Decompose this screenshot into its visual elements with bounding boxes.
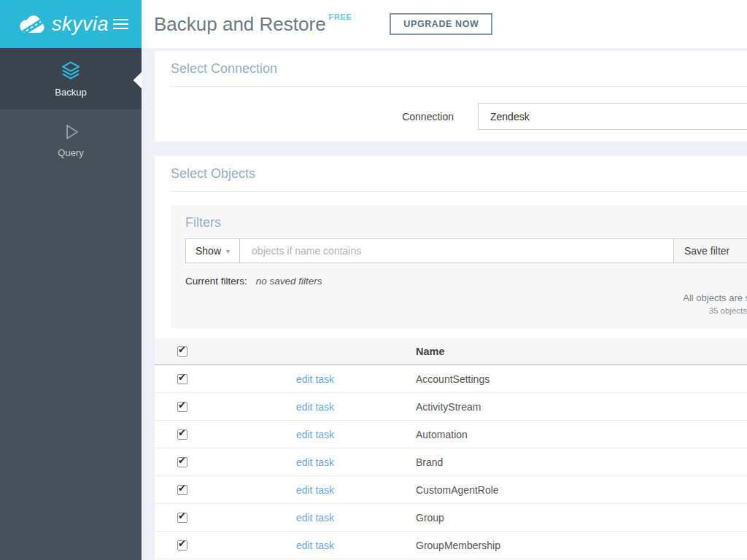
row-checkbox[interactable]: ✔ <box>177 513 187 523</box>
row-checkbox[interactable]: ✔ <box>177 485 187 495</box>
play-icon <box>61 122 81 142</box>
object-name: Automation <box>374 429 747 440</box>
select-all-checkbox[interactable]: ✔ <box>177 346 187 357</box>
table-row: ✔ edit task Automation <box>155 421 747 448</box>
check-icon: ✔ <box>178 511 186 521</box>
sidebar-item-query[interactable]: Query <box>0 109 142 171</box>
connection-field-row: Connection Zendesk <box>171 103 747 130</box>
name-column-header: Name <box>374 346 747 357</box>
check-icon: ✔ <box>178 400 186 411</box>
connection-select-value: Zendesk <box>490 111 530 122</box>
table-row: ✔ edit task GroupMembership <box>155 532 747 559</box>
divider <box>171 86 747 87</box>
upgrade-now-button[interactable]: UPGRADE NOW <box>390 13 492 35</box>
sidebar-item-backup[interactable]: Backup <box>0 48 142 109</box>
check-icon: ✔ <box>178 456 186 466</box>
object-name: GroupMembership <box>374 540 747 551</box>
divider <box>171 191 747 192</box>
row-checkbox[interactable]: ✔ <box>177 429 187 440</box>
show-dropdown-label: Show <box>196 245 221 257</box>
page-title: Backup and Restore <box>154 13 326 36</box>
selection-summary-text: All objects are selected <box>185 292 747 303</box>
section-title-objects: Select Objects <box>171 166 747 182</box>
check-icon: ✔ <box>178 428 186 438</box>
connection-select[interactable]: Zendesk <box>478 103 747 130</box>
plan-badge: FREE <box>329 12 352 21</box>
table-row: ✔ edit task Group <box>155 504 747 532</box>
edit-task-link[interactable]: edit task <box>296 456 334 468</box>
row-checkbox[interactable]: ✔ <box>177 540 187 551</box>
brand-block: skyvia <box>0 0 142 48</box>
edit-task-link[interactable]: edit task <box>296 373 334 385</box>
object-name: ActivityStream <box>374 401 747 413</box>
menu-icon[interactable] <box>113 16 128 32</box>
topbar-main: Backup and Restore FREE UPGRADE NOW <box>142 0 747 48</box>
check-icon: ✔ <box>178 345 186 355</box>
logo-text: skyvia <box>52 13 109 36</box>
sidebar-item-label: Backup <box>55 87 86 98</box>
table-header-row: ✔ Name <box>155 338 747 365</box>
current-filters-label: Current filters: <box>185 276 247 287</box>
table-row: ✔ edit task ActivityStream <box>155 393 747 421</box>
chevron-down-icon: ▾ <box>226 247 230 255</box>
cloud-logo-icon <box>19 15 45 34</box>
selection-count-text: 35 objects selected <box>185 306 747 315</box>
table-row: ✔ edit task Brand <box>155 448 747 476</box>
select-connection-card: Select Connection Connection Zendesk <box>155 51 747 141</box>
object-name: Group <box>374 512 747 524</box>
save-filter-button[interactable]: Save filter <box>674 238 747 263</box>
filter-bar: Show ▾ Save filter <box>185 238 747 263</box>
current-filters-line: Current filters:no saved filters <box>185 276 747 287</box>
object-name: CustomAgentRole <box>374 484 747 496</box>
main-content: Select Connection Connection Zendesk Sel… <box>142 48 747 560</box>
select-objects-card: Select Objects Filters Show ▾ Save filte… <box>155 156 747 560</box>
row-checkbox[interactable]: ✔ <box>177 374 187 384</box>
topbar: skyvia Backup and Restore FREE UPGRADE N… <box>0 0 747 48</box>
edit-task-link[interactable]: edit task <box>296 401 334 413</box>
sidebar: Backup Query <box>0 48 142 560</box>
filter-name-input[interactable] <box>240 238 674 263</box>
object-name: AccountSettings <box>374 373 747 385</box>
table-row: ✔ edit task AccountSettings <box>155 365 747 393</box>
check-icon: ✔ <box>178 373 186 383</box>
row-checkbox[interactable]: ✔ <box>177 402 187 412</box>
edit-task-link[interactable]: edit task <box>296 512 334 524</box>
show-dropdown-button[interactable]: Show ▾ <box>185 238 240 263</box>
sidebar-item-label: Query <box>58 147 83 158</box>
edit-task-link[interactable]: edit task <box>296 484 334 496</box>
connection-label: Connection <box>171 111 454 122</box>
edit-task-link[interactable]: edit task <box>296 429 334 440</box>
layers-icon <box>60 60 82 82</box>
edit-task-link[interactable]: edit task <box>296 540 334 551</box>
check-icon: ✔ <box>178 539 186 549</box>
section-title-connection: Select Connection <box>171 61 747 77</box>
current-filters-value: no saved filters <box>256 276 322 287</box>
row-checkbox[interactable]: ✔ <box>177 457 187 467</box>
object-name: Brand <box>374 456 747 468</box>
filters-title: Filters <box>185 215 747 230</box>
objects-table: ✔ Name ✔ edit task AccountSettings ✔ edi… <box>155 338 747 559</box>
check-icon: ✔ <box>178 483 186 494</box>
filters-panel: Filters Show ▾ Save filter Current filte… <box>171 205 747 328</box>
table-row: ✔ edit task CustomAgentRole <box>155 476 747 504</box>
selection-summary: All objects are selected 35 objects sele… <box>185 292 747 315</box>
